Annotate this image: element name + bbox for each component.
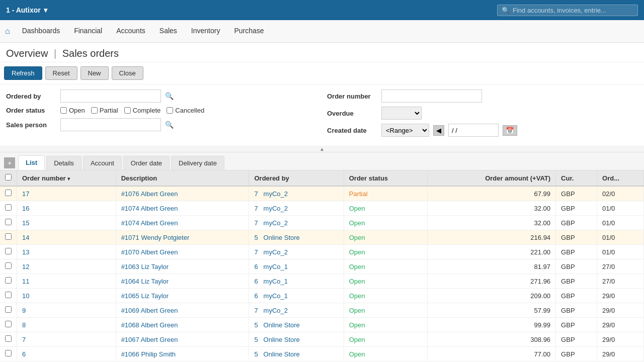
ordered-by-name-link[interactable]: Online Store — [264, 336, 300, 343]
ordered-by-name-link[interactable]: Online Store — [264, 234, 300, 241]
new-button[interactable]: New — [80, 66, 109, 80]
ordered-by-name-link[interactable]: Online Store — [264, 321, 300, 329]
row-order-number[interactable]: 12 — [17, 259, 116, 274]
ordered-by-name-link[interactable]: myCo_2 — [264, 219, 288, 227]
header-order-status[interactable]: Order status — [344, 170, 427, 186]
app-title-area[interactable]: 1 - Autixor ▾ — [6, 6, 47, 14]
row-description[interactable]: #1065 Liz Taylor — [116, 289, 249, 303]
ordered-by-name-link[interactable]: myCo_1 — [264, 263, 288, 270]
row-order-number[interactable]: 16 — [17, 201, 116, 216]
row-order-number[interactable]: 17 — [17, 186, 116, 201]
row-checkbox[interactable] — [5, 321, 12, 327]
description-link[interactable]: #1069 Albert Green — [121, 307, 178, 314]
ordered-by-name-link[interactable]: myCo_1 — [264, 278, 288, 285]
row-description[interactable]: #1064 Liz Taylor — [116, 274, 249, 289]
order-number-link[interactable]: 14 — [22, 234, 29, 241]
description-link[interactable]: #1063 Liz Taylor — [121, 263, 169, 270]
ordered-by-num-link[interactable]: 7 — [254, 219, 258, 227]
row-order-number[interactable]: 7 — [17, 332, 116, 347]
close-button[interactable]: Close — [112, 66, 143, 80]
row-description[interactable]: #1068 Albert Green — [116, 318, 249, 332]
row-description[interactable]: #1063 Liz Taylor — [116, 259, 249, 274]
overdue-select[interactable]: Yes No — [381, 107, 422, 120]
ordered-by-name-link[interactable]: myCo_2 — [264, 205, 288, 212]
row-order-number[interactable]: 13 — [17, 245, 116, 259]
ordered-by-num-link[interactable]: 5 — [254, 350, 258, 358]
header-description[interactable]: Description — [116, 170, 249, 186]
description-link[interactable]: #1067 Albert Green — [121, 336, 178, 343]
row-description[interactable]: #1066 Philip Smith — [116, 347, 249, 361]
ordered-by-num-link[interactable]: 7 — [254, 248, 258, 256]
date-value-input[interactable] — [448, 124, 499, 137]
ordered-by-name-link[interactable]: Online Store — [264, 350, 300, 358]
global-search-input[interactable] — [513, 7, 633, 14]
row-order-number[interactable]: 9 — [17, 303, 116, 318]
row-checkbox[interactable] — [5, 190, 12, 196]
description-link[interactable]: #1065 Liz Taylor — [121, 292, 169, 300]
order-number-link[interactable]: 12 — [22, 263, 29, 270]
row-checkbox[interactable] — [5, 262, 12, 269]
order-number-link[interactable]: 16 — [22, 205, 29, 212]
description-link[interactable]: #1066 Philip Smith — [121, 350, 176, 358]
row-description[interactable]: #1074 Albert Green — [116, 201, 249, 216]
row-description[interactable]: #1067 Albert Green — [116, 332, 249, 347]
date-calendar-button[interactable]: 📅 — [503, 125, 517, 136]
order-number-input[interactable] — [381, 89, 482, 103]
description-link[interactable]: #1070 Albert Green — [121, 248, 178, 256]
header-order-number[interactable]: Order number ▾ — [17, 170, 116, 186]
row-order-number[interactable]: 11 — [17, 274, 116, 289]
header-currency[interactable]: Cur. — [556, 170, 597, 186]
row-checkbox[interactable] — [5, 350, 12, 356]
nav-item-purchase[interactable]: Purchase — [227, 21, 271, 42]
row-checkbox[interactable] — [5, 219, 12, 225]
row-checkbox[interactable] — [5, 248, 12, 254]
order-number-link[interactable]: 8 — [22, 321, 26, 329]
header-ordered-by[interactable]: Ordered by — [249, 170, 344, 186]
description-link[interactable]: #1071 Wendy Potgieter — [121, 234, 190, 241]
ordered-by-num-link[interactable]: 5 — [254, 321, 258, 329]
global-search-bar[interactable]: 🔍 — [497, 5, 638, 16]
description-link[interactable]: #1064 Liz Taylor — [121, 278, 169, 285]
status-cancelled-item[interactable]: Cancelled — [167, 107, 204, 114]
status-partial-checkbox[interactable] — [91, 107, 98, 114]
ordered-by-name-link[interactable]: myCo_2 — [264, 248, 288, 256]
ordered-by-search-icon[interactable]: 🔍 — [165, 92, 174, 100]
row-order-number[interactable]: 10 — [17, 289, 116, 303]
status-open-checkbox[interactable] — [60, 107, 67, 114]
row-description[interactable]: #1070 Albert Green — [116, 245, 249, 259]
ordered-by-num-link[interactable]: 7 — [254, 205, 258, 212]
collapse-indicator[interactable]: ▲ — [0, 146, 644, 152]
select-all-checkbox[interactable] — [5, 174, 12, 180]
ordered-by-name-link[interactable]: myCo_2 — [264, 307, 288, 314]
status-complete-checkbox[interactable] — [124, 107, 131, 114]
description-link[interactable]: #1068 Albert Green — [121, 321, 178, 329]
nav-item-dashboards[interactable]: Dashboards — [15, 21, 67, 42]
row-checkbox[interactable] — [5, 292, 12, 298]
row-checkbox[interactable] — [5, 233, 12, 240]
date-prev-button[interactable]: ◀ — [433, 125, 444, 136]
header-order-amount[interactable]: Order amount (+VAT) — [427, 170, 555, 186]
row-order-number[interactable]: 6 — [17, 347, 116, 361]
ordered-by-num-link[interactable]: 7 — [254, 190, 258, 198]
tab-account[interactable]: Account — [83, 156, 122, 170]
status-partial-item[interactable]: Partial — [91, 107, 118, 114]
order-number-link[interactable]: 9 — [22, 307, 26, 314]
ordered-by-num-link[interactable]: 6 — [254, 292, 258, 300]
ordered-by-input[interactable] — [60, 89, 161, 103]
refresh-button[interactable]: Refresh — [4, 66, 42, 80]
order-number-link[interactable]: 15 — [22, 219, 29, 227]
ordered-by-num-link[interactable]: 7 — [254, 307, 258, 314]
tab-add-button[interactable]: + — [4, 157, 15, 168]
order-number-link[interactable]: 7 — [22, 336, 26, 343]
nav-item-inventory[interactable]: Inventory — [184, 21, 227, 42]
row-order-number[interactable]: 15 — [17, 216, 116, 230]
order-number-link[interactable]: 6 — [22, 350, 26, 358]
header-ord-date[interactable]: Ord... — [597, 170, 644, 186]
row-description[interactable]: #1069 Albert Green — [116, 303, 249, 318]
row-order-number[interactable]: 14 — [17, 230, 116, 245]
ordered-by-num-link[interactable]: 5 — [254, 234, 258, 241]
sales-person-input[interactable] — [60, 118, 161, 131]
reset-button[interactable]: Reset — [45, 66, 77, 80]
row-checkbox[interactable] — [5, 335, 12, 342]
row-description[interactable]: #1074 Albert Green — [116, 216, 249, 230]
